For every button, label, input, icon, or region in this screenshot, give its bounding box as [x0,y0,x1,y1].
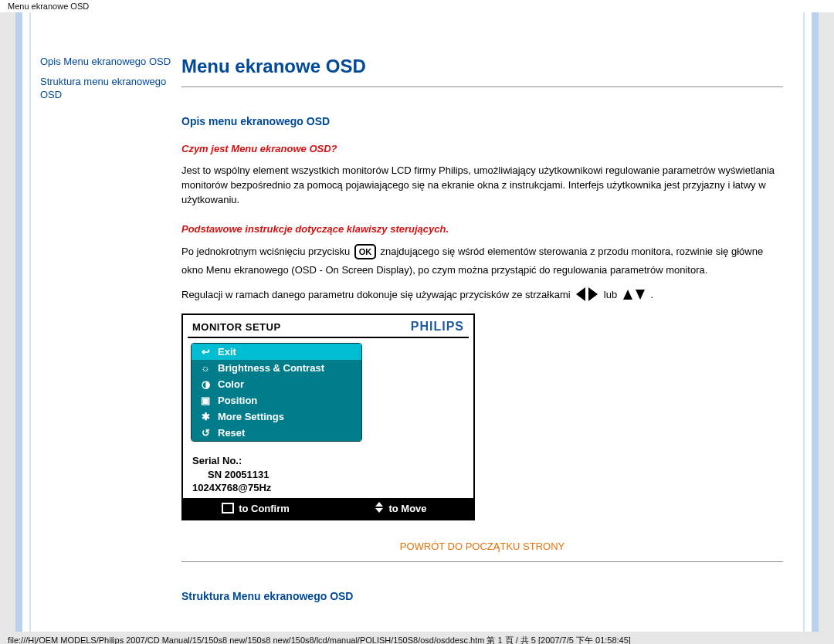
page-title: Menu ekranowe OSD [181,56,783,77]
osd-titlebar: MONITOR SETUP PHILIPS [183,315,473,337]
svg-marker-6 [636,290,645,300]
osd-brand-logo: PHILIPS [411,320,464,334]
osd-footer-move: to Move [328,502,473,515]
svg-marker-2 [576,287,585,301]
position-icon: ▣ [199,395,212,406]
text-fragment: Po jednokrotnym wciśnięciu przycisku [181,246,353,257]
main-content: Menu ekranowe OSD Opis menu ekranowego O… [181,12,803,632]
osd-menu: ↩ Exit ☼ Brightness & Contrast ◑ Color [191,343,362,442]
brightness-icon: ☼ [199,362,212,374]
back-to-top-link[interactable]: POWRÓT DO POCZĄTKU STRONY [400,541,565,552]
osd-serial-value: SN 20051131 [192,468,464,482]
osd-menu-label: Brightness & Contrast [218,362,324,374]
osd-menu-label: Position [218,395,257,406]
text-fragment: . [650,289,653,300]
svg-marker-5 [623,290,632,300]
ok-button-icon: OK [354,244,376,264]
osd-menu-label: Color [218,378,244,390]
osd-screenshot: MONITOR SETUP PHILIPS ↩ Exit ☼ Brightnes… [181,314,475,520]
osd-resolution: 1024X768@75Hz [192,481,464,495]
section-title-description: Opis menu ekranowego OSD [181,115,783,127]
exit-icon: ↩ [199,346,212,358]
paragraph-description: Jest to wspólny element wszystkich monit… [181,164,783,208]
osd-menu-label: More Settings [218,411,284,422]
osd-menu-label: Reset [218,427,245,439]
sidebar: Opis Menu ekranowego OSD Struktura menu … [31,12,181,632]
footer-path: file:///H|/OEM MODELS/Philips 2007/CD Ma… [0,632,834,644]
osd-menu-item-position: ▣ Position [192,392,361,408]
osd-menu-item-exit: ↩ Exit [192,344,361,360]
osd-footer-confirm: to Confirm [183,502,328,515]
paragraph-arrow-buttons: Regulacji w ramach danego parametru doko… [181,286,783,303]
left-right-arrow-icon [575,286,599,303]
svg-marker-7 [375,502,383,507]
sidebar-item-structure[interactable]: Struktura menu ekranowego OSD [40,76,166,101]
divider [181,86,783,87]
osd-menu-item-reset: ↺ Reset [192,425,361,441]
osd-confirm-label: to Confirm [239,503,290,514]
osd-setup-label: MONITOR SETUP [192,321,281,333]
osd-menu-item-more-settings: ✱ More Settings [192,408,361,425]
up-down-arrow-icon [622,287,646,303]
reset-icon: ↺ [199,427,212,439]
osd-window: MONITOR SETUP PHILIPS ↩ Exit ☼ Brightnes… [181,314,475,520]
osd-menu-label: Exit [218,346,236,358]
color-icon: ◑ [199,378,212,390]
osd-menu-item-color: ◑ Color [192,376,361,392]
svg-text:OK: OK [359,247,372,256]
settings-icon: ✱ [199,411,212,422]
header-path: Menu ekranowe OSD [0,0,834,12]
osd-divider [188,337,469,338]
text-fragment: lub [604,289,620,300]
osd-footer: to Confirm to Move [183,498,473,519]
move-updown-icon [375,502,384,515]
page-frame-inner: Opis Menu ekranowego OSD Struktura menu … [29,12,805,632]
subheading-basic-instructions: Podstawowe instrukcje dotyczące klawiszy… [181,223,783,235]
osd-serial-label: Serial No.: [192,454,464,468]
osd-serial-block: Serial No.: SN 20051131 1024X768@75Hz [183,449,473,498]
subheading-what-is-osd: Czym jest Menu ekranowe OSD? [181,143,783,154]
svg-marker-8 [375,508,383,513]
sidebar-item-description[interactable]: Opis Menu ekranowego OSD [40,56,171,67]
page-frame: Opis Menu ekranowego OSD Struktura menu … [15,12,819,632]
text-fragment: Regulacji w ramach danego parametru doko… [181,289,573,300]
paragraph-ok-button: Po jednokrotnym wciśnięciu przycisku OK … [181,244,783,279]
section-title-structure: Struktura Menu ekranowego OSD [181,590,783,602]
confirm-box-icon [222,503,234,514]
svg-marker-3 [588,287,598,301]
divider [181,561,783,562]
osd-menu-item-brightness: ☼ Brightness & Contrast [192,360,361,376]
osd-move-label: to Move [388,503,426,514]
